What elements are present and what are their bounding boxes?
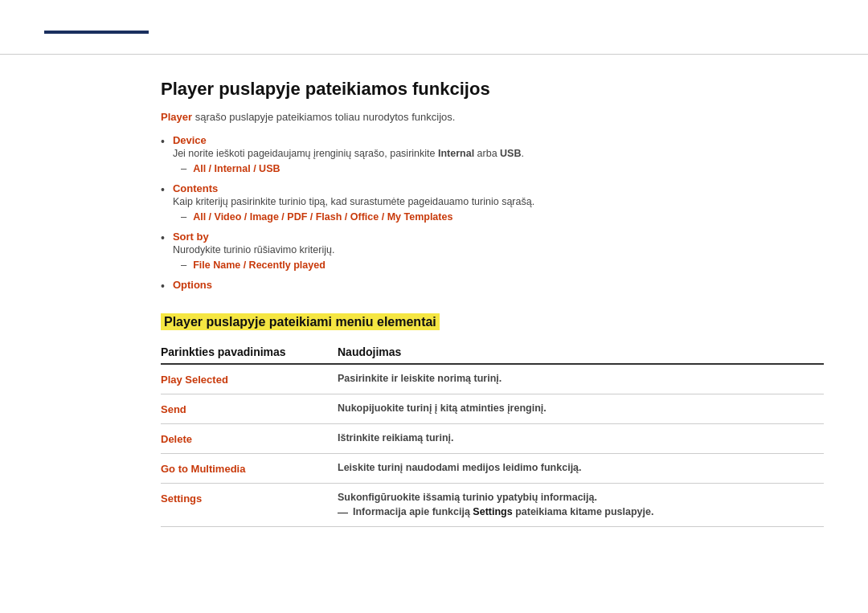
bullet-contents: • Contents Kaip kriterijų pasirinkite tu… <box>161 182 824 223</box>
sub-link-sortby: File Name / Recently played <box>193 260 326 271</box>
bullet-desc-contents: Kaip kriterijų pasirinkite turinio tipą,… <box>173 196 534 207</box>
row-label-multimedia: Go to Multimedia <box>161 463 245 475</box>
col-header-name: Parinkties pavadinimas <box>161 345 338 358</box>
bullet-content-options: Options <box>173 279 212 292</box>
table-row: Send Nukopijuokite turinį į kitą atminti… <box>161 394 824 424</box>
row-name-send: Send <box>161 403 338 415</box>
page-title: Player puslapyje pateikiamos funkcijos <box>161 79 824 100</box>
content-wrapper: Player puslapyje pateikiamos funkcijos P… <box>0 55 868 559</box>
bullet-dot-sortby: • <box>161 231 165 244</box>
row-label-play: Play Selected <box>161 374 228 386</box>
table-row: Go to Multimedia Leiskite turinį naudoda… <box>161 454 824 484</box>
top-bar <box>0 0 868 55</box>
sub-link-device: All / Internal / USB <box>193 163 280 174</box>
sub-item-contents: – All / Video / Image / PDF / Flash / Of… <box>181 210 534 223</box>
bullet-label-contents: Contents <box>173 182 534 194</box>
row-label-delete: Delete <box>161 433 192 445</box>
bullet-label-options: Options <box>173 279 212 291</box>
bullet-content-contents: Contents Kaip kriterijų pasirinkite turi… <box>173 182 534 223</box>
row-name-settings: Settings <box>161 492 338 505</box>
section2-header: Player puslapyje pateikiami meniu elemen… <box>161 315 824 329</box>
row-usage-delete: Ištrinkite reikiamą turinį. <box>338 432 824 443</box>
section2-title: Player puslapyje pateikiami meniu elemen… <box>161 313 440 330</box>
intro-suffix: sąrašo puslapyje pateikiamos toliau nuro… <box>192 111 455 123</box>
row-usage-play: Pasirinkite ir leiskite norimą turinį. <box>338 373 824 384</box>
bullet-device: • Device Jei norite ieškoti pageidaujamų… <box>161 134 824 174</box>
table-row: Delete Ištrinkite reikiamą turinį. <box>161 424 824 454</box>
bullet-label-device: Device <box>173 134 524 146</box>
table-header: Parinkties pavadinimas Naudojimas <box>161 345 824 365</box>
bullet-content-sortby: Sort by Nurodykite turinio rūšiavimo kri… <box>173 231 334 271</box>
bullets-section: • Device Jei norite ieškoti pageidaujamų… <box>161 134 824 292</box>
bullet-desc-device: Jei norite ieškoti pageidaujamų įrengini… <box>173 148 524 159</box>
bullet-options: • Options <box>161 279 824 292</box>
row-usage-multimedia: Leiskite turinį naudodami medijos leidim… <box>338 462 824 473</box>
row-label-send: Send <box>161 403 186 415</box>
col-header-usage: Naudojimas <box>338 345 401 358</box>
settings-note: — Informacija apie funkciją Settings pat… <box>338 506 824 518</box>
row-name-multimedia: Go to Multimedia <box>161 462 338 475</box>
bullet-dot-device: • <box>161 135 165 148</box>
bullet-label-sortby: Sort by <box>173 231 334 243</box>
row-label-settings: Settings <box>161 492 202 505</box>
row-name-play: Play Selected <box>161 373 338 386</box>
sub-item-device: – All / Internal / USB <box>181 162 524 174</box>
bullet-sortby: • Sort by Nurodykite turinio rūšiavimo k… <box>161 231 824 271</box>
intro-keyword: Player <box>161 111 192 123</box>
intro-paragraph: Player sąrašo puslapyje pateikiamos toli… <box>161 111 824 123</box>
table-row: Play Selected Pasirinkite ir leiskite no… <box>161 365 824 394</box>
row-name-delete: Delete <box>161 432 338 445</box>
row-usage-send: Nukopijuokite turinį į kitą atminties įr… <box>338 403 824 414</box>
bullet-dot-contents: • <box>161 183 165 196</box>
top-bar-accent <box>44 31 149 34</box>
sub-link-contents: All / Video / Image / PDF / Flash / Offi… <box>193 211 452 223</box>
bullet-content-device: Device Jei norite ieškoti pageidaujamų į… <box>173 134 524 174</box>
bullet-dot-options: • <box>161 280 165 292</box>
sub-item-sortby: – File Name / Recently played <box>181 259 334 271</box>
bullet-desc-sortby: Nurodykite turinio rūšiavimo kriterijų. <box>173 244 334 255</box>
table-container: Parinkties pavadinimas Naudojimas Play S… <box>161 345 824 527</box>
row-usage-settings: Sukonfigūruokite išsamią turinio ypatybi… <box>338 492 824 518</box>
table-row: Settings Sukonfigūruokite išsamią turini… <box>161 484 824 527</box>
